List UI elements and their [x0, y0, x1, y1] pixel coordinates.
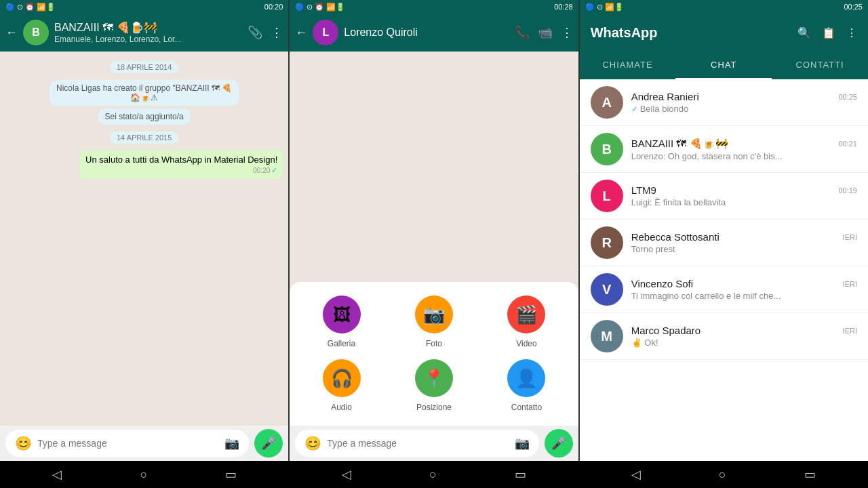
- mic-btn-1[interactable]: 🎤: [254, 429, 283, 458]
- preview-text-ltm9: Luigi: È finita la bellavita: [631, 197, 726, 207]
- avatar-marco: M: [591, 320, 623, 352]
- overflow-icon[interactable]: 📋: [822, 26, 835, 39]
- emoji-btn-2[interactable]: 😊: [304, 435, 321, 451]
- back-button-2[interactable]: ←: [295, 26, 307, 40]
- recent-nav-2[interactable]: ▭: [515, 467, 526, 482]
- chat-preview-vincenzo: Ti immagino col carrello e le milf che..…: [631, 291, 857, 301]
- chat-body-1: 18 APRILE 2014 Nicola Ligas ha creato il…: [0, 52, 288, 426]
- chat-name-andrea: Andrea Ranieri: [631, 91, 699, 102]
- more-icon-1[interactable]: ⋮: [271, 25, 283, 40]
- check-icon-1: ✓: [271, 166, 277, 175]
- chat-item-ltm9[interactable]: L LTM9 00:19 Luigi: È finita la bellavit…: [580, 173, 868, 220]
- photo-label: Foto: [426, 339, 442, 348]
- status-icons-left-3: 🔵 ⊙ 📶🔋: [585, 3, 624, 12]
- chat-header-1: ← B BANZAIII 🗺 🍕🍺🚧 Emanuele, Lorenzo, Lo…: [0, 14, 288, 52]
- status-bar-2: 🔵 ⊙ ⏰ 📶🔋 00:28: [290, 0, 578, 14]
- phone-icon-2[interactable]: 📞: [515, 25, 530, 40]
- chat-actions-1: 📎 ⋮: [248, 25, 283, 40]
- avatar-andrea: A: [591, 86, 623, 119]
- chat-list: A Andrea Ranieri 00:25 ✓ Bella biondo B: [580, 79, 868, 461]
- back-nav-1[interactable]: ◁: [52, 467, 62, 482]
- whatsapp-header-icons: 🔍 📋 ⋮: [797, 26, 857, 39]
- attach-audio[interactable]: 🎧 Audio: [300, 359, 382, 412]
- screen1-group-chat: 🔵 ⊙ ⏰ 📶🔋 00:20 ← B BANZAIII 🗺 🍕🍺🚧 Emanue…: [0, 0, 289, 461]
- chat-name-row-marco: Marco Spadaro IERI: [631, 325, 857, 336]
- mic-btn-2[interactable]: 🎤: [545, 429, 573, 458]
- chat-name-row-rebecca: Rebecca Sottosanti IERI: [631, 231, 857, 243]
- preview-text-marco: ✌ Ok!: [631, 338, 658, 348]
- emoji-btn-1[interactable]: 😊: [15, 435, 32, 451]
- message-input-2[interactable]: [327, 438, 509, 449]
- chat-name-vincenzo: Vincenzo Sofi: [631, 278, 693, 289]
- attach-photo[interactable]: 📷 Foto: [393, 296, 475, 348]
- camera-btn-1[interactable]: 📷: [224, 436, 239, 451]
- date-badge-1: 18 APRILE 2014: [110, 61, 178, 73]
- status-time-3: 00:25: [844, 3, 863, 11]
- avatar-rebecca: R: [591, 226, 623, 259]
- input-field-1[interactable]: 😊 📷: [5, 430, 249, 457]
- attach-contact[interactable]: 👤 Contatto: [486, 359, 567, 412]
- video-icon-2[interactable]: 📹: [538, 25, 553, 40]
- contact-name-2: Lorenzo Quiroli: [344, 26, 509, 39]
- contact-label: Contatto: [511, 403, 542, 412]
- chat-time-vincenzo: IERI: [843, 280, 857, 288]
- search-icon[interactable]: 🔍: [797, 26, 811, 39]
- more-icon-3[interactable]: ⋮: [846, 26, 857, 39]
- chat-preview-rebecca: Torno prest: [631, 244, 857, 254]
- camera-btn-2[interactable]: 📷: [515, 436, 530, 451]
- recent-nav-3[interactable]: ▭: [804, 467, 816, 482]
- chat-item-vincenzo[interactable]: V Vincenzo Sofi IERI Ti immagino col car…: [580, 266, 868, 313]
- recent-nav-1[interactable]: ▭: [225, 467, 237, 482]
- chat-name-rebecca: Rebecca Sottosanti: [631, 231, 719, 243]
- chat-item-banzai[interactable]: B BANZAIII 🗺 🍕🍺🚧 00:21 Lorenzo: Oh god, …: [580, 126, 868, 173]
- screen3-chat-list: 🔵 ⊙ 📶🔋 00:25 WhatsApp 🔍 📋 ⋮ CHIAMATE CHA…: [580, 0, 868, 461]
- message-meta-1: 00:20 ✓: [85, 166, 277, 175]
- avatar-banzai: B: [591, 133, 623, 165]
- input-field-2[interactable]: 😊 📷: [295, 430, 538, 457]
- chat-info-vincenzo: Vincenzo Sofi IERI Ti immagino col carre…: [631, 278, 857, 301]
- tab-chiamate[interactable]: CHIAMATE: [580, 52, 676, 79]
- attach-location[interactable]: 📍 Posizione: [393, 359, 475, 412]
- nav-section-3: ◁ ○ ▭: [578, 467, 868, 482]
- nav-section-1: ◁ ○ ▭: [0, 467, 290, 482]
- chat-item-rebecca[interactable]: R Rebecca Sottosanti IERI Torno prest: [580, 220, 868, 266]
- tab-contatti[interactable]: CONTATTI: [772, 52, 868, 79]
- gallery-label: Galleria: [328, 339, 355, 348]
- chat-header-info-2: Lorenzo Quiroli: [344, 26, 509, 39]
- location-icon: 📍: [415, 359, 453, 397]
- group-avatar-1: B: [23, 20, 49, 45]
- sent-message-1: Un saluto a tutti da WhatsApp in Materia…: [80, 150, 283, 179]
- tab-chat[interactable]: CHAT: [675, 52, 772, 79]
- chat-preview-andrea: ✓ Bella biondo: [631, 104, 857, 114]
- attach-gallery[interactable]: 🖼 Galleria: [300, 296, 382, 348]
- paperclip-icon[interactable]: 📎: [248, 25, 262, 40]
- back-button-1[interactable]: ←: [5, 26, 18, 40]
- preview-text-banzai: Lorenzo: Oh god, stasera non c'è bis...: [631, 151, 783, 161]
- whatsapp-title: WhatsApp: [591, 25, 658, 41]
- chat-item-andrea[interactable]: A Andrea Ranieri 00:25 ✓ Bella biondo: [580, 79, 868, 126]
- avatar-vincenzo: V: [591, 273, 623, 306]
- home-nav-1[interactable]: ○: [140, 468, 147, 482]
- home-nav-2[interactable]: ○: [429, 468, 437, 482]
- more-icon-2[interactable]: ⋮: [561, 25, 573, 40]
- message-text-1: Un saluto a tutti da WhatsApp in Materia…: [85, 155, 277, 165]
- home-nav-3[interactable]: ○: [719, 468, 726, 482]
- chat-preview-marco: ✌ Ok!: [631, 338, 857, 348]
- attach-video[interactable]: 🎬 Video: [486, 296, 567, 348]
- chat-time-andrea: 00:25: [838, 93, 857, 101]
- back-nav-3[interactable]: ◁: [631, 467, 641, 482]
- chat-header-2: ← L Lorenzo Quiroli 📞 📹 ⋮: [290, 14, 578, 52]
- chat-time-rebecca: IERI: [843, 233, 857, 241]
- attachment-menu: 🖼 Galleria 📷 Foto 🎬 Video 🎧 Audio 📍 Posi…: [290, 282, 578, 426]
- group-subtitle-1: Emanuele, Lorenzo, Lorenzo, Lor...: [54, 35, 190, 44]
- message-input-1[interactable]: [37, 438, 219, 449]
- back-nav-2[interactable]: ◁: [342, 467, 351, 482]
- whatsapp-header: WhatsApp 🔍 📋 ⋮: [580, 14, 868, 52]
- contact-avatar-2: L: [313, 20, 338, 45]
- chat-name-row-andrea: Andrea Ranieri 00:25: [631, 91, 857, 102]
- chat-item-marco[interactable]: M Marco Spadaro IERI ✌ Ok!: [580, 313, 868, 360]
- chat-preview-ltm9: Luigi: È finita la bellavita: [631, 197, 857, 207]
- group-name-1: BANZAIII 🗺 🍕🍺🚧: [54, 21, 242, 34]
- chat-name-row-ltm9: LTM9 00:19: [631, 184, 857, 196]
- nav-section-2: ◁ ○ ▭: [290, 467, 579, 482]
